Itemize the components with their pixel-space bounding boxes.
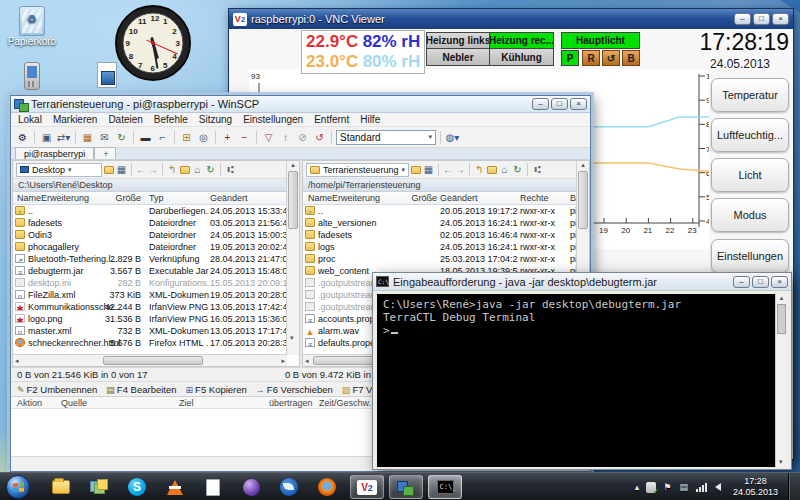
- table-row[interactable]: Odin3Dateiordner24.05.2013 15:00:31: [13, 229, 299, 241]
- luftfeuchtigkeit-button[interactable]: Luftfeuchtig...: [711, 118, 789, 152]
- tree-view-icon[interactable]: ⑆: [532, 162, 543, 177]
- taskbar-notepad[interactable]: [196, 475, 230, 499]
- back-icon[interactable]: ←: [136, 162, 146, 177]
- table-row[interactable]: ↑..20.05.2013 19:17:25rwxr-xr-xpi: [303, 205, 589, 217]
- close-icon[interactable]: ×: [570, 98, 587, 110]
- table-row[interactable]: ‹›master.xml732 BXML-Dokument13.05.2013 …: [13, 325, 299, 337]
- console-scrollbar[interactable]: ▴▾: [775, 294, 787, 467]
- heizung-links-button[interactable]: Heizung links: [426, 32, 490, 49]
- hidden-icons-chevron-icon[interactable]: ▴: [635, 482, 640, 492]
- add-filter-icon[interactable]: +: [220, 130, 235, 145]
- column-header-erweiterung[interactable]: Erweiterung: [332, 193, 380, 203]
- remote-dir-select[interactable]: Terrariensteuerung ▾: [306, 163, 409, 177]
- close-icon[interactable]: ×: [771, 276, 788, 288]
- local-drive-select[interactable]: Desktop ▾: [16, 163, 102, 177]
- parent-dir-icon[interactable]: ↰: [167, 162, 178, 177]
- menu-lokal[interactable]: Lokal: [18, 114, 42, 125]
- table-row[interactable]: proc25.03.2013 17:04:22rwxr-xr-xpi: [303, 253, 589, 265]
- safely-remove-icon[interactable]: [646, 482, 656, 493]
- remove-filter-icon[interactable]: −: [237, 130, 252, 145]
- home-icon[interactable]: ⌂: [499, 162, 510, 177]
- kuehlung-button[interactable]: Kühlung: [489, 48, 554, 66]
- queue-column-quelle[interactable]: Quelle: [61, 398, 87, 408]
- console-output[interactable]: C:\Users\René>java -jar desktop\debugter…: [377, 294, 777, 467]
- filter-icon[interactable]: ▽: [261, 130, 276, 145]
- action-center-flag-icon[interactable]: ⚑: [663, 482, 671, 492]
- menu-entfernt[interactable]: Entfernt: [314, 114, 349, 125]
- local-vertical-scrollbar[interactable]: ▴▾: [286, 161, 299, 355]
- preset-b-button[interactable]: B: [622, 50, 640, 66]
- column-header-groesse[interactable]: Größe: [101, 193, 141, 203]
- taskbar-skype[interactable]: S: [120, 475, 154, 499]
- table-row[interactable]: ↑..Darüberliegen...24.05.2013 15:33:49: [13, 205, 299, 217]
- open-folder-icon[interactable]: [104, 166, 114, 174]
- synchronize-icon[interactable]: ⇄▾: [56, 130, 71, 145]
- tray-clock[interactable]: 17:28 24.05.2013: [733, 476, 778, 498]
- fkey-move[interactable]: →F6 Verschieben: [256, 384, 333, 395]
- minimize-icon[interactable]: –: [532, 98, 549, 110]
- signal-strength-icon[interactable]: [696, 483, 707, 492]
- taskbar-winscp[interactable]: [389, 475, 423, 499]
- folders-icon[interactable]: [487, 166, 497, 174]
- package-icon[interactable]: ▦: [80, 130, 95, 145]
- fkey-copy[interactable]: ⊞F5 Kopieren: [186, 384, 247, 395]
- modus-button[interactable]: Modus: [711, 198, 789, 232]
- refresh-icon[interactable]: ↻: [205, 162, 216, 177]
- table-row[interactable]: schneckenrechner.html5.676 BFirefox HTML…: [13, 337, 299, 349]
- queue-column-aktion[interactable]: Aktion: [17, 398, 42, 408]
- close-icon[interactable]: ×: [772, 13, 789, 25]
- session-globe-icon[interactable]: ◍▾: [445, 130, 460, 145]
- column-header-name[interactable]: Name: [308, 193, 332, 203]
- tab-session[interactable]: pi@raspberrypi: [15, 147, 94, 159]
- remote-path-bar[interactable]: /home/pi/Terrariensteuerung: [303, 179, 589, 192]
- minimize-icon[interactable]: –: [734, 13, 751, 25]
- table-row[interactable]: fadesetsDateiordner03.05.2013 21:56:42: [13, 217, 299, 229]
- tree-view-icon[interactable]: ⑆: [225, 162, 236, 177]
- volume-icon[interactable]: [715, 483, 721, 491]
- home-icon[interactable]: ⌂: [192, 162, 203, 177]
- start-button[interactable]: [6, 475, 30, 499]
- share-icon[interactable]: ✉: [97, 130, 112, 145]
- maximize-icon[interactable]: □: [752, 276, 769, 288]
- column-header-geaendert[interactable]: Geändert: [210, 193, 248, 203]
- minimize-icon[interactable]: –: [733, 276, 750, 288]
- preset-r-button[interactable]: R: [582, 50, 600, 66]
- folders-icon[interactable]: [180, 166, 190, 174]
- taskbar-cmd[interactable]: C:\_: [428, 475, 462, 499]
- queue-column-uebertragen[interactable]: übertragen: [269, 398, 313, 408]
- einstellungen-button[interactable]: Einstellungen: [711, 239, 789, 273]
- refresh-icon[interactable]: ↻: [512, 162, 523, 177]
- menu-befehle[interactable]: Befehle: [154, 114, 188, 125]
- cmd-titlebar[interactable]: C:\ Eingabeaufforderung - java -jar desk…: [373, 273, 791, 291]
- column-header-rechte[interactable]: Rechte: [520, 193, 549, 203]
- local-path-bar[interactable]: C:\Users\René\Desktop: [13, 179, 299, 192]
- table-row[interactable]: logs24.05.2013 16:24:12rwxr-xr-xpi: [303, 241, 589, 253]
- taskbar-vnc-viewer[interactable]: V2: [350, 475, 384, 499]
- table-row[interactable]: ≡debugterm.jar3.567 BExecutable Jar ...2…: [13, 265, 299, 277]
- column-header-typ[interactable]: Typ: [149, 193, 164, 203]
- clock-gadget[interactable]: 123456789101112: [114, 4, 192, 82]
- table-row[interactable]: ↗Bluetooth-Tethering.l...2.829 BVerknüpf…: [13, 253, 299, 265]
- table-row[interactable]: ‹›FileZilla.xml373 KiBXML-Dokument19.05.…: [13, 289, 299, 301]
- console-icon[interactable]: ▬: [138, 130, 153, 145]
- abort-icon[interactable]: ⊘: [295, 130, 310, 145]
- queue-column-ziel[interactable]: Ziel: [179, 398, 194, 408]
- table-row[interactable]: ✱logo.png31.536 BIrfanView PNG...16.05.2…: [13, 313, 299, 325]
- column-header-groesse[interactable]: Größe: [397, 193, 437, 203]
- queue-icon[interactable]: ↺: [312, 130, 327, 145]
- back-icon[interactable]: ←: [443, 162, 453, 177]
- forward-icon[interactable]: →: [148, 162, 158, 177]
- local-horizontal-scrollbar[interactable]: ◂▸: [13, 354, 287, 366]
- table-row[interactable]: phocagalleryDateiordner19.05.2013 20:02:…: [13, 241, 299, 253]
- fkey-edit[interactable]: ▤F4 Bearbeiten: [106, 384, 176, 395]
- winscp-titlebar[interactable]: Terrariensteuerung - pi@raspberrypi - Wi…: [11, 96, 590, 113]
- desktop-icon-phone[interactable]: [0, 62, 64, 90]
- column-header-geaendert[interactable]: Geändert: [440, 193, 478, 203]
- fkey-rename[interactable]: ✎F2 Umbenennen: [17, 384, 97, 395]
- sync-browsing-icon[interactable]: ⊞: [179, 130, 194, 145]
- licht-button[interactable]: Licht: [711, 158, 789, 192]
- menu-markieren[interactable]: Markieren: [53, 114, 97, 125]
- recycle-bin[interactable]: Papierkorb: [0, 6, 64, 47]
- vnc-titlebar[interactable]: V2 raspberrypi:0 - VNC Viewer – □ ×: [229, 9, 793, 29]
- taskbar-explorer[interactable]: [44, 475, 78, 499]
